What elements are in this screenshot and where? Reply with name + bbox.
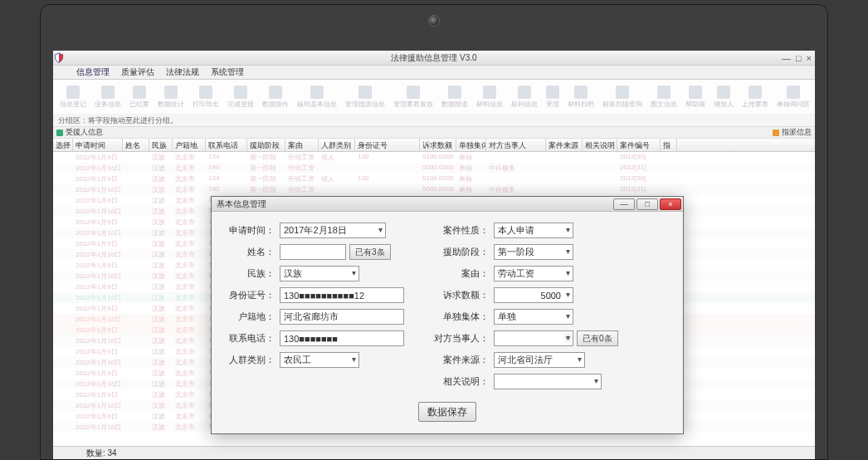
- menu-quality[interactable]: 质量评估: [121, 66, 154, 78]
- input-idno[interactable]: 130■■■■■■■■■■12: [280, 287, 404, 303]
- input-nature[interactable]: 本人申请: [494, 223, 573, 238]
- input-cause[interactable]: 劳动工资: [494, 266, 573, 281]
- toolbar-button[interactable]: 打印导出: [193, 86, 219, 109]
- column-header[interactable]: 案件来源: [546, 139, 583, 151]
- input-apply-time[interactable]: 2017年2月18日: [280, 223, 386, 238]
- toolbar-button[interactable]: 已结案: [129, 86, 149, 109]
- modal-close-button[interactable]: ×: [660, 198, 681, 210]
- toolbar-button[interactable]: 增加人: [714, 86, 734, 109]
- toolbar-button[interactable]: 信息登记: [60, 86, 86, 109]
- assign-section-icon: [773, 130, 779, 136]
- table-header: 选择申请时间姓名民族户籍地联系电话援助阶段案由人群类别身份证号诉求数额单独集体对…: [53, 139, 815, 152]
- assign-section-label: 指派信息: [782, 127, 812, 138]
- column-header[interactable]: 指: [661, 139, 677, 151]
- toolbar-button[interactable]: 数据统计: [158, 86, 184, 109]
- column-header[interactable]: 对方当事人: [486, 139, 546, 151]
- input-ethnic[interactable]: 汉族: [280, 266, 359, 281]
- column-header[interactable]: 案由: [285, 139, 319, 151]
- toolbar-button[interactable]: 权利信息: [511, 86, 538, 109]
- save-button[interactable]: 数据保存: [418, 402, 476, 422]
- column-header[interactable]: 民族: [149, 139, 173, 151]
- label-remark: 相关说明：: [429, 375, 489, 388]
- menu-law[interactable]: 法律法规: [166, 66, 199, 78]
- label-opponent: 对方当事人：: [429, 332, 489, 345]
- column-header[interactable]: 申请时间: [73, 139, 123, 151]
- person-section-label: 受援人信息: [66, 127, 103, 138]
- toolbar-button[interactable]: 单独询问区: [777, 86, 810, 109]
- input-phase[interactable]: 第一阶段: [494, 244, 573, 260]
- input-remark[interactable]: [494, 374, 602, 389]
- modal-basic-info: 基本信息管理 — □ × 申请时间： 2017年2月18日: [211, 196, 684, 434]
- footer: 数量: 34: [53, 446, 815, 459]
- label-idno: 身份证号：: [223, 289, 275, 301]
- toolbar-button[interactable]: 上传案卷: [742, 86, 768, 109]
- window-titlebar: 法律援助信息管理 V3.0 — □ ×: [53, 51, 815, 66]
- label-single: 单独集体：: [429, 311, 489, 323]
- modal-min-button[interactable]: —: [613, 198, 635, 210]
- toolbar: 信息登记业务信息已结案数据统计打印导出完成登报数据操作核对基本信息管理指派信息管…: [53, 80, 815, 115]
- column-header[interactable]: 单独集体: [456, 139, 486, 151]
- modal-title: 基本信息管理: [217, 198, 266, 210]
- window-max-button[interactable]: □: [796, 53, 802, 63]
- input-opponent[interactable]: [494, 330, 573, 346]
- toolbar-button[interactable]: 材料归档: [568, 86, 594, 109]
- label-ethnic: 民族：: [223, 267, 275, 280]
- column-header[interactable]: 户籍地: [173, 139, 206, 151]
- input-name[interactable]: [280, 244, 346, 260]
- toolbar-button[interactable]: 图文信息: [651, 86, 677, 109]
- label-hukou: 户籍地：: [223, 311, 275, 323]
- menu-info[interactable]: 信息管理: [76, 66, 110, 78]
- camera-dot: [428, 15, 440, 27]
- menu-system[interactable]: 系统管理: [211, 66, 244, 78]
- window-close-button[interactable]: ×: [807, 53, 812, 63]
- person-section-icon: [56, 130, 63, 136]
- toolbar-button[interactable]: 数据操作: [262, 86, 289, 109]
- label-crowd: 人群类别：: [223, 354, 275, 366]
- column-header[interactable]: 身份证号: [355, 139, 420, 151]
- table-row[interactable]: 2012年1月16日汉族北京市190第一阶段劳动工资5000.0000单独中科服…: [53, 163, 815, 174]
- column-header[interactable]: 选择: [53, 139, 73, 151]
- toolbar-button[interactable]: 受理: [546, 86, 559, 109]
- toolbar-button[interactable]: 数据报送: [441, 86, 468, 109]
- column-header[interactable]: 联系电话: [206, 139, 247, 151]
- table-row[interactable]: 2012年1月9日汉族北京市134第一阶段劳动工资候人1308100.0000单…: [53, 174, 815, 184]
- modal-max-button[interactable]: □: [636, 198, 658, 210]
- window-min-button[interactable]: —: [782, 53, 791, 63]
- column-header[interactable]: 案件编号: [617, 139, 661, 151]
- input-source[interactable]: 河北省司法厅: [494, 352, 585, 368]
- input-crowd[interactable]: 农民工: [280, 352, 359, 368]
- app-shield-icon: [53, 52, 65, 64]
- column-header[interactable]: 诉求数额: [420, 139, 456, 151]
- label-cause: 案由：: [429, 267, 489, 280]
- count-label: 数量:: [86, 448, 105, 459]
- input-phone[interactable]: 130■■■■■■■: [280, 330, 404, 346]
- column-header[interactable]: 姓名: [123, 139, 149, 151]
- group-bar: 分组区：将字段拖动至此进行分组。: [53, 115, 815, 127]
- column-header[interactable]: 相关说明: [583, 139, 617, 151]
- input-single[interactable]: 单独: [494, 309, 573, 325]
- toolbar-button[interactable]: 业务信息: [95, 86, 121, 109]
- toolbar-button[interactable]: 管理指派信息: [345, 86, 385, 109]
- column-header[interactable]: 援助阶段: [247, 139, 285, 151]
- toolbar-button[interactable]: 标签扫描查询: [602, 86, 642, 109]
- label-name: 姓名：: [223, 246, 275, 258]
- column-header[interactable]: 人群类别: [319, 139, 355, 151]
- input-amount[interactable]: 5000: [494, 287, 573, 303]
- label-phone: 联系电话：: [223, 332, 275, 345]
- toolbar-button[interactable]: 材料信息: [476, 86, 503, 109]
- table-row[interactable]: 2012年1月9日汉族北京市134第一阶段劳动工资候人1308100.0000单…: [53, 152, 815, 163]
- count-value: 34: [108, 448, 117, 458]
- toolbar-button[interactable]: 帮助项: [685, 86, 705, 109]
- section-header: 受援人信息 指派信息: [53, 127, 815, 139]
- label-source: 案件来源：: [429, 354, 489, 366]
- table-row[interactable]: 2012年1月16日汉族北京市190第一阶段劳动工资5000.0000单独中科服…: [53, 184, 815, 195]
- toolbar-button[interactable]: 完成登报: [227, 86, 254, 109]
- button-opponent-count[interactable]: 已有0条: [577, 330, 618, 346]
- button-name-count[interactable]: 已有3条: [349, 244, 391, 260]
- label-phase: 援助阶段：: [429, 246, 489, 258]
- toolbar-button[interactable]: 核对基本信息: [297, 86, 337, 109]
- label-nature: 案件性质：: [429, 224, 489, 237]
- toolbar-button[interactable]: 管理案卷发放: [393, 86, 433, 109]
- label-apply-time: 申请时间：: [223, 224, 275, 237]
- input-hukou[interactable]: 河北省廊坊市: [280, 309, 404, 325]
